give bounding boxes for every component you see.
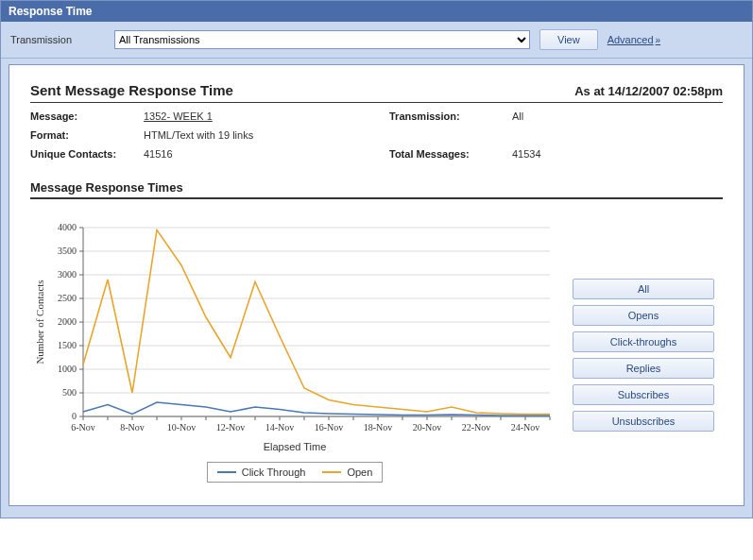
svg-text:500: 500 [62,387,77,398]
legend-item-click: Click Through [217,467,306,478]
chart-xlabel: Elapsed Time [30,441,559,452]
filter-all-button[interactable]: All [573,279,714,299]
advanced-link[interactable]: Advanced » [608,34,661,45]
series-filter-buttons: All Opens Click-throughs Replies Subscri… [573,279,714,432]
svg-text:2000: 2000 [58,316,77,327]
meta-format-value: HTML/Text with 19 links [144,129,389,141]
legend-swatch-click [217,471,236,473]
svg-text:24-Nov: 24-Nov [511,422,540,433]
meta-format-label: Format: [30,129,144,141]
filter-clicks-button[interactable]: Click-throughs [573,331,714,352]
svg-text:8-Nov: 8-Nov [120,422,145,433]
meta-transmission-label: Transmission: [389,110,512,122]
svg-text:1500: 1500 [58,340,77,350]
svg-text:2500: 2500 [58,293,77,303]
chart-container: 050010001500200025003000350040006-Nov8-N… [30,222,559,483]
chart-row: 050010001500200025003000350040006-Nov8-N… [30,222,723,483]
meta-transmission-value: All [512,110,723,122]
chevron-right-icon: » [656,35,661,45]
report-card: Sent Message Response Time As at 14/12/2… [9,64,744,506]
response-time-panel: Response Time Transmission All Transmiss… [0,0,753,518]
transmission-label: Transmission [10,34,105,45]
as-at-timestamp: As at 14/12/2007 02:58pm [574,84,723,98]
svg-text:10-Nov: 10-Nov [167,422,197,433]
report-title-row: Sent Message Response Time As at 14/12/2… [30,82,723,103]
svg-text:1000: 1000 [58,364,77,374]
report-meta: Message: 1352- WEEK 1 Transmission: All … [30,110,723,160]
chart-legend: Click Through Open [30,462,559,483]
content-wrap: Sent Message Response Time As at 14/12/2… [1,59,752,518]
meta-message-link[interactable]: 1352- WEEK 1 [144,110,213,122]
advanced-label: Advanced [608,34,654,45]
svg-text:22-Nov: 22-Nov [462,422,491,433]
report-title: Sent Message Response Time [30,82,233,98]
section-title: Message Response Times [30,180,723,199]
filter-opens-button[interactable]: Opens [573,305,714,326]
svg-text:16-Nov: 16-Nov [315,422,344,433]
svg-text:3000: 3000 [58,269,77,280]
meta-unique-label: Unique Contacts: [30,148,144,160]
svg-text:14-Nov: 14-Nov [265,422,295,433]
svg-text:Number of Contacts: Number of Contacts [34,280,45,364]
toolbar: Transmission All Transmissions View Adva… [1,22,752,59]
svg-text:4000: 4000 [58,222,77,232]
legend-item-open: Open [322,467,372,478]
meta-total-label: Total Messages: [389,148,512,160]
filter-unsubscribes-button[interactable]: Unsubscribes [573,411,714,432]
svg-text:18-Nov: 18-Nov [364,422,393,433]
legend-swatch-open [322,471,341,473]
svg-text:3500: 3500 [58,246,77,256]
meta-unique-value: 41516 [144,148,389,160]
line-chart: 050010001500200025003000350040006-Nov8-N… [30,222,559,439]
transmission-select[interactable]: All Transmissions [114,30,530,49]
meta-total-value: 41534 [512,148,723,160]
svg-text:6-Nov: 6-Nov [71,422,95,433]
svg-text:12-Nov: 12-Nov [216,422,246,433]
svg-text:0: 0 [72,411,77,421]
filter-replies-button[interactable]: Replies [573,358,714,379]
panel-title: Response Time [1,1,752,22]
svg-text:20-Nov: 20-Nov [413,422,442,433]
filter-subscribes-button[interactable]: Subscribes [573,384,714,405]
view-button[interactable]: View [539,29,598,50]
meta-message-label: Message: [30,110,144,122]
